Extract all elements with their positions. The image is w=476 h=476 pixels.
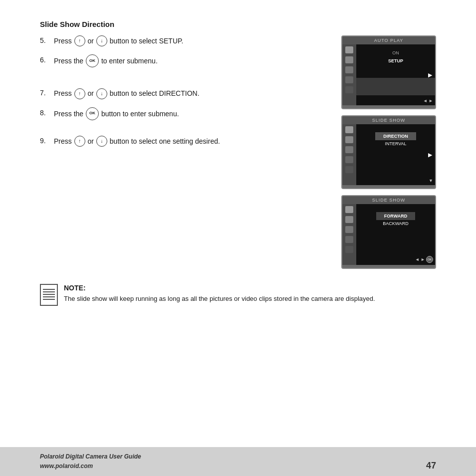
sidebar2-icon-3	[345, 146, 353, 153]
step-7-num: 7.	[40, 88, 54, 97]
screen3-title: SLIDE SHOW	[342, 196, 435, 204]
footer-page-number: 47	[426, 461, 436, 471]
sidebar3-icon-4	[345, 236, 353, 243]
step-5-text: Press ↑ or ↓ button to select SETUP.	[54, 35, 331, 47]
up-button-7[interactable]: ↑	[74, 88, 85, 99]
screen2-sidebar	[342, 124, 356, 185]
screen3-body: FORWARD BACKWARD ◄ ► OK	[342, 204, 435, 265]
screen-slideshow2: SLIDE SHOW FORWARD BACKWARD ◄ ►	[341, 195, 436, 269]
ok-button-8[interactable]: OK	[86, 107, 99, 120]
screen1-main: ON SETUP ▶ ◄ ►	[356, 44, 435, 105]
sidebar-icon-3	[345, 66, 353, 73]
screen3-ok: OK	[426, 256, 433, 263]
step-9-text: Press ↑ or ↓ button to select one settin…	[54, 136, 331, 147]
screen3-nav: ◄ ►	[415, 257, 425, 262]
screen2-title: SLIDE SHOW	[342, 116, 435, 124]
screen3-bottom: ◄ ► OK	[415, 256, 433, 263]
screen3-backward: BACKWARD	[383, 221, 409, 226]
screen2-direction: DIRECTION	[375, 132, 416, 140]
sidebar3-icon-1	[345, 206, 353, 213]
screen3-sidebar	[342, 204, 356, 265]
step-8-num: 8.	[40, 108, 54, 117]
screen-slideshow1: SLIDE SHOW DIRECTION INTERVAL ▶ ▼	[341, 115, 436, 189]
screen2-main: DIRECTION INTERVAL ▶ ▼	[356, 124, 435, 185]
step-6-num: 6.	[40, 55, 54, 64]
step-9-num: 9.	[40, 136, 54, 145]
screen3-main: FORWARD BACKWARD ◄ ► OK	[356, 204, 435, 265]
step-9-row: 9. Press ↑ or ↓ button to select one set…	[40, 136, 331, 147]
screen1-sidebar	[342, 44, 356, 105]
screen2-interval: INTERVAL	[385, 141, 406, 146]
steps-left: 5. Press ↑ or ↓ button to select SETUP. …	[40, 35, 331, 269]
screen2-nav: ▼	[429, 178, 433, 183]
down-button-5[interactable]: ↓	[96, 35, 107, 46]
step-5-num: 5.	[40, 35, 54, 44]
up-button-5[interactable]: ↑	[74, 35, 85, 46]
screen-autoplay: AUTO PLAY ON SETUP ▶ ◄ ►	[341, 35, 436, 109]
note-icon	[40, 284, 58, 306]
screen3-forward: FORWARD	[376, 212, 415, 220]
steps-screenshots-layout: 5. Press ↑ or ↓ button to select SETUP. …	[40, 35, 436, 269]
sidebar2-icon-2	[345, 136, 353, 143]
sidebar-icon-4	[345, 76, 353, 83]
note-content: NOTE: The slide show will keep running a…	[64, 284, 436, 304]
note-text: The slide show will keep running as long…	[64, 294, 436, 304]
step-8-row: 8. Press the OK button to enter submenu.	[40, 108, 331, 121]
ok-button-6[interactable]: OK	[86, 54, 99, 67]
sidebar3-icon-3	[345, 226, 353, 233]
down-button-9[interactable]: ↓	[96, 136, 107, 147]
sidebar-icon-2	[345, 56, 353, 63]
page-content: Slide Show Direction 5. Press ↑ or ↓ but…	[0, 0, 476, 326]
down-button-7[interactable]: ↓	[96, 88, 107, 99]
screen1-setup: SETUP	[388, 58, 403, 63]
screen1-nav: ◄ ►	[423, 98, 433, 103]
step-8-text: Press the OK button to enter submenu.	[54, 108, 331, 121]
note-section: NOTE: The slide show will keep running a…	[40, 284, 436, 306]
section-title: Slide Show Direction	[40, 20, 436, 28]
footer-left: Polaroid Digital Camera User Guide www.p…	[40, 452, 141, 471]
sidebar2-icon-4	[345, 156, 353, 163]
up-button-9[interactable]: ↑	[74, 136, 85, 147]
footer-title: Polaroid Digital Camera User Guide	[40, 452, 141, 462]
sidebar-icon-5	[345, 86, 353, 93]
sidebar-icon-1	[345, 46, 353, 53]
sidebar2-icon-5	[345, 166, 353, 173]
footer-url: www.polaroid.com	[40, 462, 141, 471]
screen2-body: DIRECTION INTERVAL ▶ ▼	[342, 124, 435, 185]
screen2-arrow: ▶	[428, 152, 432, 158]
sidebar3-icon-5	[345, 246, 353, 253]
step-6-text: Press the OK to enter submenu.	[54, 55, 331, 68]
screen1-on: ON	[392, 50, 399, 55]
page-footer: Polaroid Digital Camera User Guide www.p…	[0, 447, 476, 476]
sidebar3-icon-2	[345, 216, 353, 223]
step-6-row: 6. Press the OK to enter submenu.	[40, 55, 331, 68]
screen1-image	[356, 78, 435, 95]
screen1-arrow: ▶	[428, 72, 432, 78]
screenshots-column: AUTO PLAY ON SETUP ▶ ◄ ►	[341, 35, 436, 269]
step-7-row: 7. Press ↑ or ↓ button to select DIRECTI…	[40, 88, 331, 99]
screen1-title: AUTO PLAY	[342, 36, 435, 44]
step-5-row: 5. Press ↑ or ↓ button to select SETUP.	[40, 35, 331, 47]
sidebar2-icon-1	[345, 126, 353, 133]
step-7-text: Press ↑ or ↓ button to select DIRECTION.	[54, 88, 331, 99]
screen1-body: ON SETUP ▶ ◄ ►	[342, 44, 435, 105]
note-label: NOTE:	[64, 284, 436, 292]
